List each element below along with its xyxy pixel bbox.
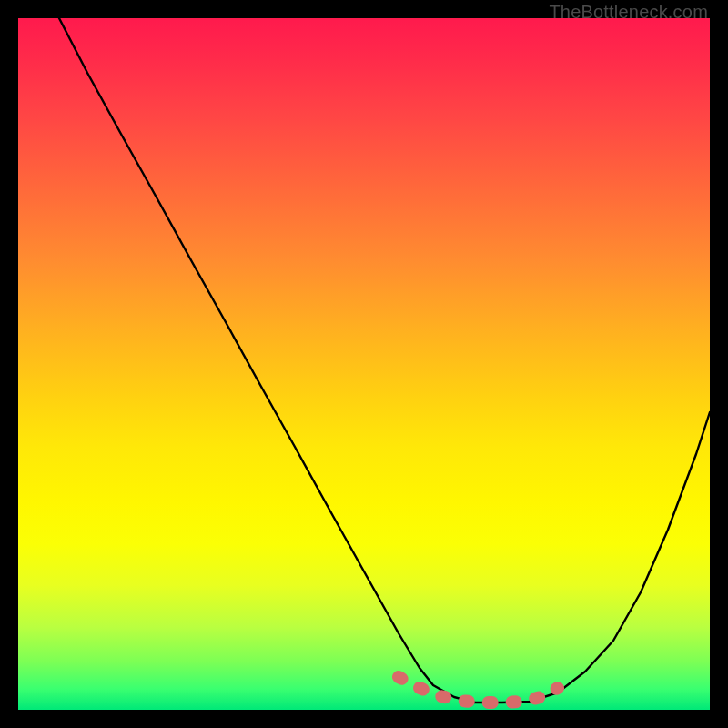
curve-layer (18, 18, 710, 710)
optimal-range-highlight (399, 677, 558, 703)
chart-frame: TheBottleneck.com (0, 0, 728, 728)
watermark-text: TheBottleneck.com (549, 2, 708, 23)
bottleneck-curve (59, 18, 710, 703)
plot-area (18, 18, 710, 710)
